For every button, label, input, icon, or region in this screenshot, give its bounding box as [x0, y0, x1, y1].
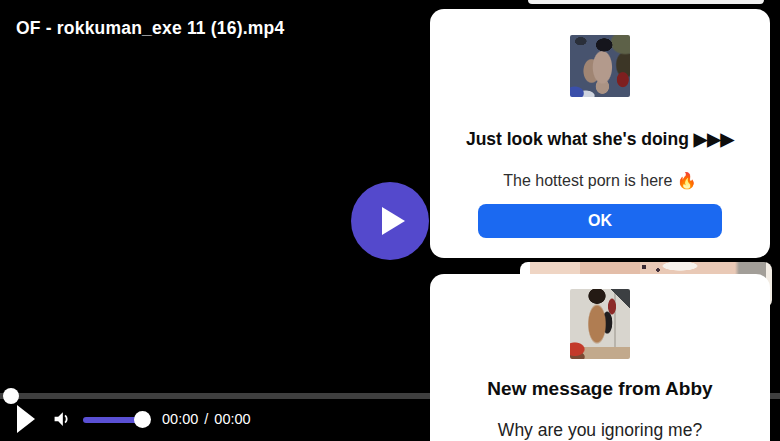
play-icon	[382, 207, 405, 235]
current-time: 00:00	[162, 411, 198, 427]
ok-button[interactable]: OK	[478, 204, 722, 238]
offer-title: Just look what she's doing ▶▶▶	[430, 129, 770, 150]
duration: 00:00	[214, 411, 250, 427]
message-thumbnail[interactable]	[570, 289, 630, 359]
play-button[interactable]	[17, 405, 35, 433]
time-display: 00:00/00:00	[162, 411, 251, 427]
progress-knob[interactable]	[3, 388, 19, 404]
time-separator: /	[204, 411, 208, 427]
popup-message[interactable]: New message from Abby Why are you ignori…	[430, 274, 770, 441]
big-play-button[interactable]	[351, 182, 429, 260]
volume-knob[interactable]	[134, 411, 151, 428]
notification-peek-strip	[528, 0, 764, 4]
message-subtitle: Why are you ignoring me?	[430, 420, 770, 441]
popup-offer[interactable]: Just look what she's doing ▶▶▶ The hotte…	[430, 9, 770, 258]
page: OF - rokkuman_exe 11 (16).mp4 00:00/00:0…	[0, 0, 780, 441]
offer-subtitle: The hottest porn is here 🔥	[430, 171, 770, 190]
message-title: New message from Abby	[430, 378, 770, 400]
offer-thumbnail[interactable]	[570, 35, 630, 97]
speaker-icon	[50, 408, 72, 430]
video-title: OF - rokkuman_exe 11 (16).mp4	[16, 18, 284, 39]
mute-button[interactable]	[50, 408, 72, 430]
